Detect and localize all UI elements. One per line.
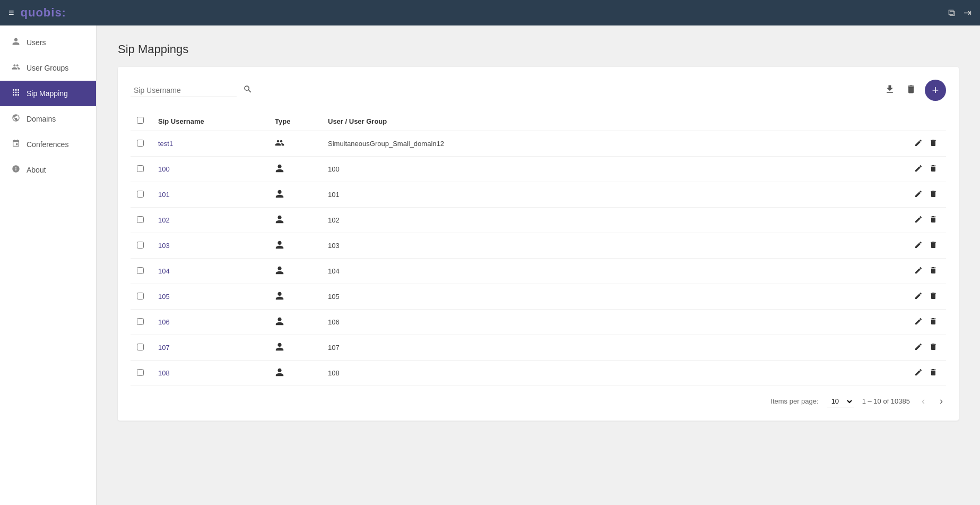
row-checkbox[interactable]: [137, 267, 144, 274]
delete-button[interactable]: [927, 239, 940, 252]
sip-mappings-card: + Sip Username Type User / User Group: [118, 67, 959, 421]
edit-button[interactable]: [912, 214, 925, 226]
download-button[interactable]: [882, 82, 897, 99]
items-per-page-label: Items per page:: [770, 397, 818, 405]
add-button[interactable]: +: [925, 80, 946, 101]
sidebar-item-user-groups[interactable]: User Groups: [0, 55, 96, 81]
search-button[interactable]: [241, 82, 255, 98]
edit-button[interactable]: [912, 290, 925, 303]
logout-icon[interactable]: ⇥: [964, 7, 972, 19]
screen-icon[interactable]: ⧉: [948, 7, 955, 19]
toolbar-right: +: [882, 80, 946, 101]
sidebar-item-conferences[interactable]: Conferences: [0, 132, 96, 157]
logo: quobis:: [21, 6, 66, 20]
sidebar: Users User Groups Sip Mapping Domains Co…: [0, 25, 97, 505]
sidebar-item-users[interactable]: Users: [0, 30, 96, 55]
bulk-delete-button[interactable]: [904, 82, 918, 99]
type-icon: [275, 140, 284, 149]
user-user-group-cell: 106: [322, 310, 904, 335]
type-icon: [275, 344, 284, 353]
delete-button[interactable]: [927, 163, 940, 175]
page-title: Sip Mappings: [118, 42, 959, 56]
user-user-group-cell: 104: [322, 259, 904, 284]
edit-button[interactable]: [912, 189, 925, 201]
sidebar-label-users: Users: [27, 38, 46, 47]
row-checkbox[interactable]: [137, 191, 144, 198]
row-checkbox[interactable]: [137, 165, 144, 172]
delete-button[interactable]: [927, 367, 940, 379]
sip-username-link[interactable]: 103: [158, 242, 170, 250]
delete-button[interactable]: [927, 290, 940, 303]
row-checkbox[interactable]: [137, 369, 144, 376]
next-page-button[interactable]: ›: [936, 395, 946, 408]
col-header-type: Type: [268, 112, 322, 131]
domains-icon: [11, 114, 21, 124]
edit-button[interactable]: [912, 316, 925, 328]
delete-button[interactable]: [927, 214, 940, 226]
delete-button[interactable]: [927, 341, 940, 354]
col-header-user-user-group: User / User Group: [322, 112, 904, 131]
row-checkbox[interactable]: [137, 293, 144, 299]
hamburger-icon[interactable]: ≡: [8, 7, 14, 19]
table-row: 106 106: [131, 310, 946, 335]
row-checkbox[interactable]: [137, 216, 144, 223]
col-header-sip-username: Sip Username: [152, 112, 268, 131]
user-user-group-cell: 103: [322, 233, 904, 259]
users-icon: [11, 37, 21, 48]
sip-mappings-table: Sip Username Type User / User Group test…: [131, 112, 946, 386]
sip-mapping-icon: [11, 88, 21, 99]
sip-username-link[interactable]: 106: [158, 318, 170, 326]
select-all-checkbox[interactable]: [137, 117, 144, 124]
delete-button[interactable]: [927, 138, 940, 150]
user-user-group-cell: SimultaneousGroup_Small_domain12: [322, 131, 904, 157]
type-icon: [275, 191, 284, 200]
row-checkbox[interactable]: [137, 140, 144, 147]
table-row: 105 105: [131, 284, 946, 310]
sip-username-link[interactable]: 105: [158, 293, 170, 301]
edit-button[interactable]: [912, 138, 925, 150]
sip-username-link[interactable]: 102: [158, 216, 170, 224]
topbar: ≡ quobis: ⧉ ⇥: [0, 0, 980, 25]
sidebar-label-user-groups: User Groups: [27, 64, 68, 72]
delete-button[interactable]: [927, 316, 940, 328]
sip-username-link[interactable]: 107: [158, 344, 170, 352]
row-checkbox[interactable]: [137, 344, 144, 350]
search-input[interactable]: [131, 84, 237, 97]
sip-username-link[interactable]: test1: [158, 140, 173, 148]
edit-button[interactable]: [912, 367, 925, 379]
user-groups-icon: [11, 63, 21, 73]
edit-button[interactable]: [912, 341, 925, 354]
delete-button[interactable]: [927, 189, 940, 201]
user-user-group-cell: 100: [322, 157, 904, 182]
sidebar-item-sip-mapping[interactable]: Sip Mapping: [0, 81, 96, 106]
sip-username-link[interactable]: 101: [158, 191, 170, 199]
page-info: 1 – 10 of 10385: [862, 397, 910, 405]
table-row: test1 SimultaneousGroup_Small_domain12: [131, 131, 946, 157]
sidebar-item-domains[interactable]: Domains: [0, 106, 96, 132]
topbar-left: ≡ quobis:: [8, 6, 66, 20]
row-checkbox[interactable]: [137, 318, 144, 325]
items-per-page-select[interactable]: 10 25 50 100: [827, 396, 854, 407]
sip-username-link[interactable]: 100: [158, 165, 170, 173]
prev-page-button[interactable]: ‹: [918, 395, 928, 408]
pagination-row: Items per page: 10 25 50 100 1 – 10 of 1…: [131, 395, 946, 408]
edit-button[interactable]: [912, 239, 925, 252]
table-row: 108 108: [131, 361, 946, 386]
table-row: 107 107: [131, 335, 946, 361]
type-icon: [275, 268, 284, 277]
sidebar-label-conferences: Conferences: [27, 140, 68, 149]
user-user-group-cell: 108: [322, 361, 904, 386]
delete-button[interactable]: [927, 265, 940, 277]
search-left: [131, 82, 255, 98]
sip-username-link[interactable]: 104: [158, 267, 170, 275]
row-checkbox[interactable]: [137, 242, 144, 249]
table-row: 104 104: [131, 259, 946, 284]
type-icon: [275, 166, 284, 175]
sip-username-link[interactable]: 108: [158, 369, 170, 377]
edit-button[interactable]: [912, 265, 925, 277]
edit-button[interactable]: [912, 163, 925, 175]
type-icon: [275, 242, 284, 251]
table-row: 100 100: [131, 157, 946, 182]
sidebar-item-about[interactable]: About: [0, 157, 96, 183]
type-icon: [275, 293, 284, 302]
